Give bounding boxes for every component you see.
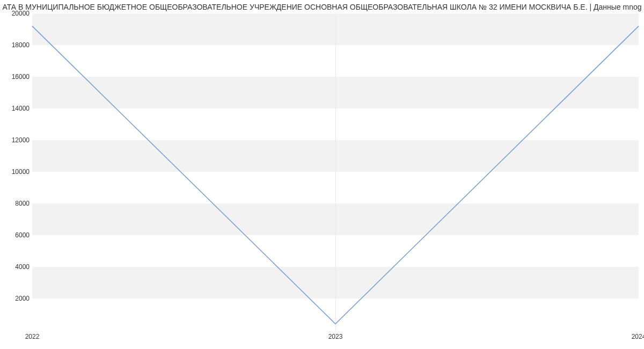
x-axis-tick: 2022 [25, 333, 40, 340]
x-axis-tick: 2024 [632, 333, 644, 340]
line-chart-svg [32, 13, 639, 330]
y-axis-tick: 20000 [3, 10, 30, 17]
y-axis-tick: 16000 [3, 73, 30, 81]
y-axis-tick: 4000 [3, 263, 30, 271]
y-axis-tick: 12000 [3, 136, 30, 144]
y-axis-tick: 6000 [3, 231, 30, 239]
y-axis-tick: 10000 [3, 168, 30, 176]
plot-area [32, 13, 639, 330]
y-axis-tick: 14000 [3, 105, 30, 112]
x-axis-tick: 2023 [328, 333, 343, 340]
y-axis-tick: 2000 [3, 295, 30, 302]
data-series-line [32, 26, 639, 324]
chart-title: АТА В МУНИЦИПАЛЬНОЕ БЮДЖЕТНОЕ ОБЩЕОБРАЗО… [0, 0, 644, 11]
chart-container: АТА В МУНИЦИПАЛЬНОЕ БЮДЖЕТНОЕ ОБЩЕОБРАЗО… [0, 0, 644, 349]
y-axis-tick: 18000 [3, 41, 30, 49]
y-axis-tick: 8000 [3, 200, 30, 207]
